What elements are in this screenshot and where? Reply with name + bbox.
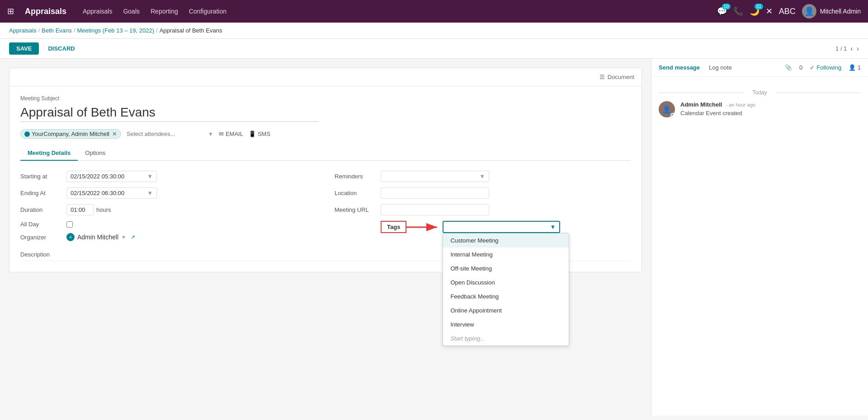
organizer-label: Organizer <box>20 234 61 241</box>
action-bar: SAVE DISCARD 1 / 1 ‹ › <box>0 39 868 59</box>
tags-red-box: Tags <box>381 221 406 233</box>
tags-dropdown-trigger[interactable]: ▼ <box>443 221 560 233</box>
checkmark-icon: ✓ <box>810 64 815 71</box>
right-panel: Send message Log note 📎 0 ✓ Following 👤 … <box>651 59 868 415</box>
hamburger-icon: ☰ <box>599 74 605 80</box>
moon-badge: 31 <box>755 4 763 9</box>
message-header: Admin Mitchell - an hour ago <box>680 101 861 108</box>
tags-select-container: ▼ Customer Meeting Internal Meeting Off-… <box>443 221 560 233</box>
organizer-field: A Admin Mitchell ▼ ↗ <box>66 233 135 241</box>
dropdown-item-internal-meeting[interactable]: Internal Meeting <box>443 247 569 261</box>
breadcrumb-sep-2: / <box>74 27 75 34</box>
starting-at-input[interactable]: 02/15/2022 05:30:00 ▼ <box>66 171 157 182</box>
send-message-button[interactable]: Send message <box>659 64 700 71</box>
organizer-external-link-icon[interactable]: ↗ <box>131 234 135 240</box>
location-input[interactable] <box>381 187 489 199</box>
nav-reporting[interactable]: Reporting <box>151 8 178 15</box>
chatter-body: Today 👤 Admin Mitchell - an hour ago Cal… <box>651 77 868 415</box>
breadcrumb-current: Appraisal of Beth Evans <box>160 27 222 34</box>
following-button[interactable]: ✓ Following <box>810 64 841 71</box>
dropdown-item-offsite-meeting[interactable]: Off-site Meeting <box>443 261 569 275</box>
right-column: Reminders ▼ Location Meeting URL <box>326 168 631 244</box>
organizer-avatar: A <box>66 233 75 241</box>
message-content: Admin Mitchell - an hour ago Calendar Ev… <box>680 101 861 117</box>
dropdown-item-customer-meeting[interactable]: Customer Meeting <box>443 233 569 247</box>
dropdown-item-feedback-meeting[interactable]: Feedback Meeting <box>443 289 569 303</box>
email-action[interactable]: ✉ EMAIL <box>219 131 243 137</box>
dropdown-item-start-typing[interactable]: Start typing... <box>443 331 569 345</box>
tags-row: Tags <box>335 218 631 236</box>
sms-label: SMS <box>258 131 270 137</box>
location-label: Location <box>335 190 375 196</box>
nav-goals[interactable]: Goals <box>123 8 140 15</box>
select-attendees-input[interactable] <box>127 131 203 137</box>
dropdown-item-online-appointment[interactable]: Online Appointment <box>443 303 569 317</box>
ending-at-label: Ending At <box>20 190 61 196</box>
organizer-row: Organizer A Admin Mitchell ▼ ↗ <box>20 230 307 244</box>
remove-attendee-icon[interactable]: ✕ <box>112 131 117 137</box>
pagination-text: 1 / 1 <box>835 45 847 52</box>
reminders-input[interactable]: ▼ <box>381 171 489 182</box>
moon-icon-btn[interactable]: 🌙 31 <box>750 6 760 16</box>
dropdown-item-open-discussion[interactable]: Open Discussion <box>443 275 569 289</box>
form-card: ☰ Document Meeting Subject YourCompany, … <box>9 68 642 272</box>
top-nav: ⊞ Appraisals Appraisals Goals Reporting … <box>0 0 868 23</box>
duration-input[interactable] <box>66 204 94 215</box>
nav-appraisals[interactable]: Appraisals <box>83 8 112 15</box>
attendee-tag: YourCompany, Admin Mitchell ✕ <box>20 129 121 139</box>
chatter-meta: 📎 0 ✓ Following 👤 1 <box>785 64 861 71</box>
ending-at-input[interactable]: 02/15/2022 06:30:00 ▼ <box>66 187 157 199</box>
reminders-label: Reminders <box>335 173 375 180</box>
user-section[interactable]: 👤 Mitchell Admin <box>802 4 861 19</box>
breadcrumb: Appraisals / Beth Evans / Meetings (Feb … <box>0 23 868 39</box>
followers-button[interactable]: 👤 1 <box>849 64 861 71</box>
starting-at-dropdown-icon: ▼ <box>147 173 153 180</box>
organizer-dropdown-icon[interactable]: ▼ <box>121 234 126 240</box>
organizer-value: Admin Mitchell <box>77 233 118 241</box>
close-icon-btn[interactable]: ✕ <box>766 6 773 16</box>
user-initials-btn[interactable]: ABC <box>779 7 796 16</box>
chatter-message: 👤 Admin Mitchell - an hour ago Calendar … <box>659 101 861 117</box>
form-area: ☰ Document Meeting Subject YourCompany, … <box>0 59 651 415</box>
breadcrumb-sep-1: / <box>38 27 40 34</box>
next-page-arrow[interactable]: › <box>857 45 859 53</box>
reminders-dropdown-icon: ▼ <box>479 173 485 180</box>
form-grid: Starting at 02/15/2022 05:30:00 ▼ Ending… <box>20 168 631 244</box>
document-button[interactable]: ☰ Document <box>599 74 634 80</box>
phone-icon-btn[interactable]: 📞 <box>733 6 743 16</box>
meeting-subject-label: Meeting Subject <box>20 95 631 102</box>
online-status-dot <box>670 113 675 117</box>
tab-options[interactable]: Options <box>78 146 113 161</box>
prev-page-arrow[interactable]: ‹ <box>850 45 853 53</box>
followers-count: 1 <box>858 64 861 71</box>
attendee-name: YourCompany, Admin Mitchell <box>32 131 109 137</box>
tab-meeting-details[interactable]: Meeting Details <box>20 146 78 161</box>
all-day-label: All Day <box>20 221 61 228</box>
breadcrumb-meetings[interactable]: Meetings (Feb 13 – 19, 2022) <box>77 27 154 34</box>
nav-icons: 💬 10 📞 🌙 31 ✕ ABC 👤 Mitchell Admin <box>717 4 861 19</box>
breadcrumb-appraisals[interactable]: Appraisals <box>9 27 37 34</box>
breadcrumb-beth-evans[interactable]: Beth Evans <box>42 27 72 34</box>
dropdown-item-interview[interactable]: Interview <box>443 317 569 331</box>
nav-configuration[interactable]: Configuration <box>189 8 226 15</box>
app-name: Appraisals <box>25 7 66 16</box>
meeting-url-input[interactable] <box>381 204 489 215</box>
all-day-checkbox[interactable] <box>66 221 73 228</box>
app-grid-icon[interactable]: ⊞ <box>7 6 14 16</box>
form-body: Meeting Subject YourCompany, Admin Mitch… <box>9 86 642 272</box>
log-note-button[interactable]: Log note <box>709 64 732 71</box>
save-button[interactable]: SAVE <box>9 42 39 55</box>
chat-icon-btn[interactable]: 💬 10 <box>717 6 727 16</box>
meeting-subject-input[interactable] <box>20 103 319 122</box>
duration-row: Duration hours <box>20 201 307 218</box>
paperclip-icon: 📎 <box>785 64 792 71</box>
discard-button[interactable]: DISCARD <box>44 42 78 55</box>
message-avatar: 👤 <box>659 101 675 117</box>
message-text: Calendar Event created <box>680 110 861 117</box>
meeting-url-label: Meeting URL <box>335 206 375 213</box>
chatter-actions: Send message Log note 📎 0 ✓ Following 👤 … <box>651 59 868 77</box>
tags-annotation-group: Tags <box>381 221 560 233</box>
sms-action[interactable]: 📱 SMS <box>249 131 270 137</box>
attendees-dropdown-icon[interactable]: ▼ <box>208 131 213 137</box>
message-author: Admin Mitchell <box>680 101 722 108</box>
